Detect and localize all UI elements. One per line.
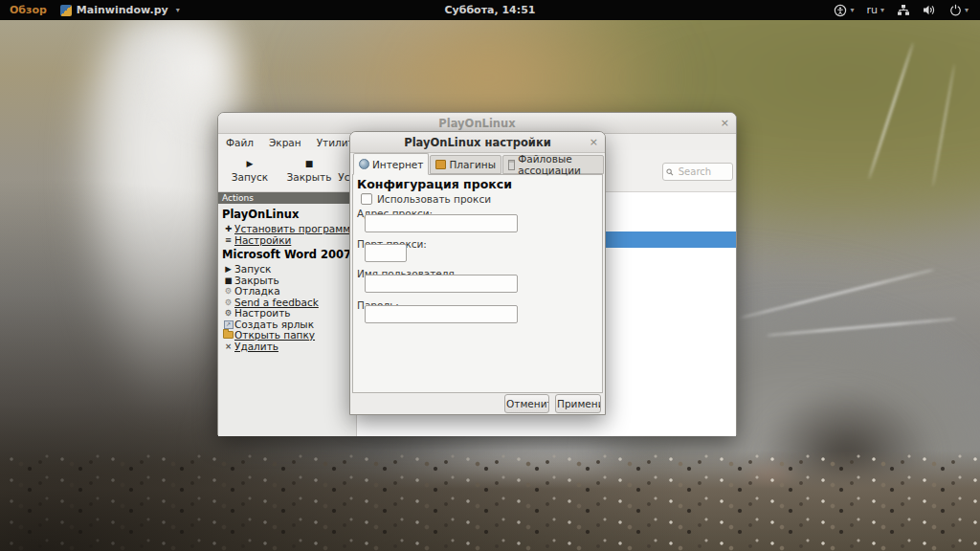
power-menu[interactable]: ▾ bbox=[949, 4, 969, 16]
sidebar-section-msword: Microsoft Word 2007 bbox=[222, 248, 356, 261]
app-menu[interactable]: Mainwindow.py ▾ bbox=[60, 4, 180, 16]
close-app-button-label: Закрыть bbox=[287, 171, 332, 183]
internet-tab-panel: Конфигурация прокси Использовать прокси … bbox=[352, 174, 603, 393]
sidebar-item-delete[interactable]: × Удалить bbox=[222, 342, 356, 353]
dialog-title: PlayOnLinux настройки bbox=[404, 136, 551, 149]
plus-icon: ✚ bbox=[222, 225, 234, 233]
sidebar-item-run[interactable]: ▶ Запуск bbox=[222, 264, 356, 276]
actions-sidebar: Actions PlayOnLinux ✚ Установить програм… bbox=[218, 192, 357, 436]
cancel-button[interactable]: Отменит bbox=[504, 394, 549, 413]
network-indicator[interactable] bbox=[897, 4, 910, 16]
apply-button[interactable]: Примени bbox=[555, 394, 601, 413]
close-icon[interactable]: × bbox=[590, 132, 598, 152]
menu-file[interactable]: Файл bbox=[218, 136, 261, 149]
play-icon: ▶ bbox=[247, 160, 254, 168]
stop-icon: ■ bbox=[305, 160, 314, 168]
power-icon bbox=[949, 4, 962, 16]
accessibility-menu[interactable]: ▾ bbox=[834, 4, 854, 17]
proxy-port-field[interactable] bbox=[365, 244, 407, 262]
menu-display[interactable]: Экран bbox=[261, 136, 309, 149]
stop-icon: ■ bbox=[222, 276, 234, 285]
close-icon[interactable]: × bbox=[721, 113, 729, 133]
dialog-button-row: Отменит Примени bbox=[350, 393, 605, 414]
tab-internet[interactable]: Интернет bbox=[353, 153, 429, 175]
chevron-down-icon: ▾ bbox=[176, 6, 180, 14]
tab-file-associations[interactable]: Файловые ассоциации bbox=[502, 155, 604, 174]
use-proxy-label: Использовать прокси bbox=[377, 193, 491, 205]
sidebar-section-playonlinux: PlayOnLinux bbox=[222, 208, 356, 221]
use-proxy-checkbox[interactable] bbox=[361, 193, 372, 205]
sidebar-item-settings[interactable]: ≡ Настройки bbox=[222, 235, 356, 247]
sidebar-item-configure[interactable]: ⚙ Настроить bbox=[222, 308, 356, 320]
sidebar-item-open-folder[interactable]: Открыть папку bbox=[222, 330, 356, 342]
wired-network-icon bbox=[897, 4, 910, 16]
sidebar-item-install-program[interactable]: ✚ Установить программу bbox=[222, 224, 356, 235]
chevron-down-icon: ▾ bbox=[850, 6, 854, 14]
desktop: Суббота, 14:51 Обзор Mainwindow.py ▾ ▾ r… bbox=[0, 0, 980, 551]
dialog-titlebar[interactable]: PlayOnLinux настройки × bbox=[350, 132, 605, 153]
proxy-username-field[interactable] bbox=[365, 275, 518, 293]
tab-bar: Интернет Плагины Файловые ассоциации bbox=[350, 153, 605, 174]
app-menu-label: Mainwindow.py bbox=[77, 4, 168, 16]
gear-icon: ⚙ bbox=[222, 298, 234, 307]
search-input[interactable] bbox=[677, 165, 729, 178]
gear-icon: ⚙ bbox=[222, 287, 234, 296]
accessibility-icon bbox=[834, 4, 847, 17]
plugin-icon bbox=[435, 160, 446, 169]
folder-icon bbox=[222, 331, 234, 341]
window-title: PlayOnLinux bbox=[438, 117, 515, 130]
shortcut-icon: ↗ bbox=[222, 320, 234, 329]
actions-header: Actions bbox=[218, 192, 356, 204]
globe-icon bbox=[359, 159, 369, 169]
volume-icon bbox=[923, 4, 937, 16]
app-icon bbox=[60, 5, 72, 16]
proxy-password-field[interactable] bbox=[365, 305, 518, 323]
keyboard-layout-menu[interactable]: ru ▾ bbox=[866, 4, 884, 16]
list-icon: ≡ bbox=[222, 236, 234, 245]
gnome-top-bar: Суббота, 14:51 Обзор Mainwindow.py ▾ ▾ r… bbox=[0, 0, 980, 20]
search-icon bbox=[666, 167, 674, 177]
settings-dialog: PlayOnLinux настройки × Интернет Плагины… bbox=[349, 131, 606, 415]
tab-plugins[interactable]: Плагины bbox=[430, 155, 501, 174]
proxy-address-field[interactable] bbox=[365, 214, 518, 232]
search-box bbox=[662, 163, 733, 181]
file-assoc-icon bbox=[508, 160, 515, 170]
gear-icon: ⚙ bbox=[222, 309, 234, 318]
play-icon: ▶ bbox=[222, 265, 234, 274]
activities-button[interactable]: Обзор bbox=[10, 4, 47, 16]
chevron-down-icon: ▾ bbox=[965, 6, 969, 14]
chevron-down-icon: ▾ bbox=[880, 6, 884, 14]
run-button-label: Запуск bbox=[232, 171, 268, 183]
use-proxy-row: Использовать прокси bbox=[361, 193, 491, 205]
volume-indicator[interactable] bbox=[923, 4, 937, 16]
close-app-button[interactable]: ■ Закрыть bbox=[281, 160, 337, 183]
sidebar-item-debug[interactable]: ⚙ Отладка bbox=[222, 286, 356, 298]
proxy-config-heading: Конфигурация прокси bbox=[357, 177, 512, 191]
delete-icon: × bbox=[222, 342, 234, 351]
run-button[interactable]: ▶ Запуск bbox=[222, 160, 278, 183]
keyboard-layout-label: ru bbox=[866, 4, 878, 16]
